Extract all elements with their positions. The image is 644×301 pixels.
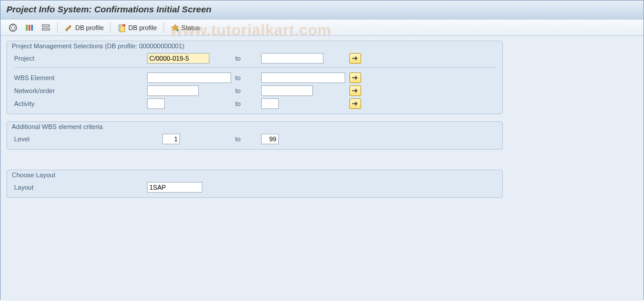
input-network-to[interactable] <box>261 85 313 96</box>
arrow-right-icon <box>352 88 359 94</box>
input-level-to[interactable] <box>261 134 279 144</box>
db-profile-select-button[interactable]: DB profile <box>114 22 159 34</box>
db-profile-select-label: DB profile <box>128 24 156 31</box>
execute-icon <box>8 23 18 32</box>
toolbar-separator <box>110 22 111 33</box>
arrow-right-icon <box>352 55 359 61</box>
group-pm-title: Project Management Selections (DB profil… <box>7 41 502 52</box>
input-project-from[interactable] <box>147 53 209 64</box>
input-wbs-to[interactable] <box>261 72 345 83</box>
input-layout[interactable] <box>147 182 202 193</box>
status-button[interactable]: Status <box>168 22 203 34</box>
svg-rect-3 <box>31 25 33 31</box>
to-label: to <box>235 87 247 94</box>
db-profile-edit-label: DB profile <box>75 24 104 31</box>
svg-point-10 <box>176 29 179 31</box>
svg-rect-1 <box>26 25 28 31</box>
group-additional-wbs: Additional WBS element criteria Level to <box>6 121 503 150</box>
svg-rect-7 <box>120 26 125 32</box>
application-toolbar: DB profile DB profile Status <box>1 19 643 36</box>
row-layout: Layout <box>7 181 502 194</box>
multi-select-network[interactable] <box>349 85 361 96</box>
content-area: Project Management Selections (DB profil… <box>1 36 643 300</box>
input-network-from[interactable] <box>147 85 199 96</box>
input-wbs-from[interactable] <box>147 72 231 83</box>
multi-select-activity[interactable] <box>349 98 361 109</box>
get-variant-button[interactable] <box>22 22 37 34</box>
label-project: Project <box>12 55 147 62</box>
db-profile-edit-button[interactable]: DB profile <box>61 22 106 34</box>
arrow-right-icon <box>352 101 359 107</box>
row-wbs: WBS Element to <box>7 71 502 84</box>
row-project: Project to <box>7 52 502 65</box>
label-wbs: WBS Element <box>12 74 147 81</box>
status-label: Status <box>182 24 200 31</box>
row-level: Level to <box>7 133 502 145</box>
page-title: Project Info System: Confirmations Initi… <box>6 4 211 14</box>
to-label: to <box>235 135 247 143</box>
selection-icon <box>41 23 51 32</box>
to-label: to <box>235 55 247 62</box>
to-label: to <box>235 74 247 81</box>
status-icon <box>171 23 180 32</box>
arrow-right-icon <box>352 75 359 81</box>
input-project-to[interactable] <box>261 53 323 64</box>
selection-options-button[interactable] <box>38 22 54 34</box>
svg-rect-5 <box>42 28 49 30</box>
input-activity-to[interactable] <box>261 98 279 109</box>
group-choose-layout: Choose Layout Layout <box>6 170 503 198</box>
group-divider <box>14 67 495 68</box>
multi-select-project[interactable] <box>349 53 361 64</box>
svg-rect-4 <box>42 25 49 27</box>
variant-icon <box>25 23 34 32</box>
group-add-title: Additional WBS element criteria <box>7 122 502 133</box>
row-activity: Activity to <box>7 97 502 110</box>
group-layout-title: Choose Layout <box>7 170 502 181</box>
label-activity: Activity <box>12 100 147 107</box>
to-label: to <box>235 100 247 107</box>
input-level-from[interactable] <box>162 134 180 144</box>
toolbar-separator <box>57 22 58 33</box>
row-network: Network/order to <box>7 84 502 97</box>
title-bar: Project Info System: Confirmations Initi… <box>1 1 643 19</box>
label-network: Network/order <box>12 87 147 94</box>
label-layout: Layout <box>12 184 147 191</box>
svg-point-8 <box>123 24 125 26</box>
pencil-icon <box>64 23 74 32</box>
execute-button[interactable] <box>5 22 21 34</box>
multi-select-wbs[interactable] <box>349 72 361 83</box>
svg-rect-2 <box>29 25 31 31</box>
db-profile-icon <box>117 23 126 32</box>
group-project-management: Project Management Selections (DB profil… <box>6 41 503 114</box>
input-activity-from[interactable] <box>147 98 165 109</box>
toolbar-separator <box>163 22 164 33</box>
label-level: Level <box>12 135 147 143</box>
